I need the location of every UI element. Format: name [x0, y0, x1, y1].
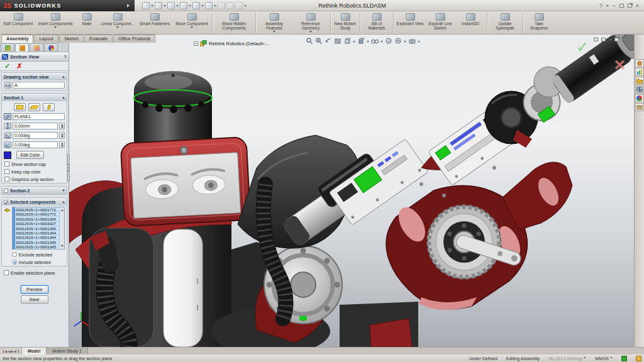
dropdown-icon[interactable]: [380, 41, 383, 44]
minimize-icon[interactable]: –: [613, 3, 616, 9]
group-header[interactable]: ✓ Selected components ▲: [2, 198, 67, 206]
zoom-to-fit-icon[interactable]: [306, 37, 313, 45]
list-item[interactable]: 00012915<1>/0003027: [15, 221, 64, 226]
open-icon[interactable]: [155, 2, 162, 9]
preview-button[interactable]: Preview: [21, 285, 48, 293]
model-tab[interactable]: Model: [22, 348, 47, 354]
section2-checkbox[interactable]: [4, 189, 8, 193]
edit-color-button[interactable]: Edit Color: [16, 151, 44, 159]
dropdown-icon[interactable]: [353, 41, 355, 44]
exploded-view-button[interactable]: Exploded View: [394, 12, 426, 33]
help-icon[interactable]: ?: [599, 3, 602, 9]
previous-view-icon[interactable]: [325, 37, 332, 45]
print-icon[interactable]: [180, 2, 187, 9]
show-section-cap-checkbox[interactable]: Show section cap: [2, 160, 67, 168]
apply-scene-icon[interactable]: [394, 37, 402, 45]
instant3d-button[interactable]: Instant3D: [455, 12, 486, 33]
list-item[interactable]: 00012915<1>/0001345: [15, 217, 64, 221]
graphics-only-section-checkbox[interactable]: Graphics-only section: [2, 175, 67, 183]
take-snapshot-button[interactable]: Take Snapshot: [524, 12, 554, 33]
units-dropdown[interactable]: MMGS: [595, 356, 613, 361]
move-component-button[interactable]: Move Component: [172, 12, 211, 33]
tab-scroll-buttons[interactable]: ❙◀ ◀ ▶ ▶❙: [0, 348, 22, 354]
dropdown-icon[interactable]: [418, 41, 420, 44]
dropdown-icon[interactable]: [367, 41, 369, 44]
appearances-scenes-icon[interactable]: [635, 94, 644, 102]
hide-show-items-icon[interactable]: [371, 37, 379, 45]
bill-of-materials-button[interactable]: Bill of Materials: [361, 12, 392, 33]
collapse-chevron-icon[interactable]: ▲: [62, 75, 65, 79]
doc-close-icon[interactable]: ×: [622, 36, 625, 42]
pm-help-icon[interactable]: ?: [64, 54, 67, 60]
tab-office-products[interactable]: Office Products: [113, 35, 155, 43]
dropdown-icon[interactable]: [309, 31, 312, 34]
solidworks-resources-icon[interactable]: [635, 59, 644, 67]
offset-spinner[interactable]: [59, 123, 65, 129]
help-dropdown-icon[interactable]: [606, 5, 609, 8]
panel-splitter-handle[interactable]: [67, 155, 70, 181]
exclude-selected-radio[interactable]: Exclude selected: [2, 251, 67, 258]
open-dropdown-icon[interactable]: [164, 5, 166, 8]
tree-expand-icon[interactable]: +: [194, 41, 198, 46]
list-item[interactable]: 00012915<1>/0001345: [15, 240, 64, 244]
solidworks-logo[interactable]: 3S SOLIDWORKS: [0, 0, 135, 11]
collapse-chevron-icon[interactable]: ▲: [62, 200, 65, 204]
y-rotation-spinner[interactable]: [59, 141, 65, 148]
right-plane-button[interactable]: [43, 103, 55, 111]
close-icon[interactable]: ×: [636, 3, 639, 9]
offset-distance-field[interactable]: 0.00mm: [13, 123, 58, 129]
new-motion-study-button[interactable]: New Motion Study: [331, 12, 359, 33]
keep-cap-color-checkbox[interactable]: Keep cap color: [2, 168, 67, 175]
insert-components-button[interactable]: Insert Components: [35, 12, 75, 33]
list-item[interactable]: 00012915<1>/0001346: [15, 226, 64, 231]
new-document-icon[interactable]: [142, 2, 150, 9]
new-dropdown-icon[interactable]: [151, 5, 153, 8]
x-rotation-field[interactable]: 0.00deg: [13, 132, 58, 139]
save-icon[interactable]: [167, 2, 175, 9]
include-selected-radio[interactable]: Include selected: [2, 258, 67, 266]
dropdown-icon[interactable]: [273, 31, 275, 34]
ok-button[interactable]: ✓: [4, 63, 10, 70]
cancel-button[interactable]: ✗: [16, 63, 22, 70]
feature-manager-tab[interactable]: [1, 43, 14, 52]
design-library-icon[interactable]: [635, 68, 644, 76]
collapse-chevron-icon[interactable]: ▲: [62, 96, 65, 99]
save-section-button[interactable]: Save: [21, 295, 48, 304]
edit-appearance-icon[interactable]: [385, 37, 392, 45]
cascade-windows-icon[interactable]: [628, 4, 632, 8]
dropdown-icon[interactable]: [116, 26, 119, 30]
section-color-swatch[interactable]: [4, 151, 11, 159]
configuration-manager-tab[interactable]: [30, 43, 43, 52]
list-item[interactable]: 00012915<1>/0001344: [15, 235, 64, 239]
top-plane-button[interactable]: [28, 103, 40, 111]
doc-cascade-icon[interactable]: [614, 38, 619, 41]
tag-icon[interactable]: [636, 356, 641, 361]
dropdown-icon[interactable]: [191, 26, 193, 30]
list-item[interactable]: 00012915<1>/0001345: [15, 244, 64, 249]
reference-plane-field[interactable]: PLANE1: [13, 113, 65, 120]
performance-icon[interactable]: [621, 356, 627, 361]
x-rotation-spinner[interactable]: [59, 132, 65, 139]
edit-component-button[interactable]: Edit Component: [1, 12, 35, 33]
group-header[interactable]: Section 1 ▲: [2, 94, 67, 101]
view-settings-icon[interactable]: [408, 37, 416, 45]
section-name-field[interactable]: A: [13, 82, 65, 89]
tab-evaluate[interactable]: Evaluate: [84, 35, 113, 43]
group-header[interactable]: Drawing section view ▲: [2, 73, 67, 80]
enable-selection-plane-checkbox[interactable]: Enable selection plane: [1, 269, 67, 277]
show-hidden-components-button[interactable]: Show Hidden Components: [213, 12, 255, 33]
y-rotation-field[interactable]: 0.00deg: [13, 141, 58, 148]
list-item[interactable]: 00012915<1>/0001344: [15, 231, 64, 235]
view-orientation-icon[interactable]: [343, 37, 351, 45]
front-plane-button[interactable]: [14, 103, 26, 111]
menu-expand-arrow-icon[interactable]: [127, 4, 131, 8]
tab-assembly[interactable]: Assembly: [1, 35, 33, 43]
doc-maximize-icon[interactable]: [601, 38, 606, 41]
tab-layout[interactable]: Layout: [34, 35, 58, 43]
section-view-icon[interactable]: [334, 37, 341, 45]
custom-properties-icon[interactable]: [635, 103, 644, 111]
dropdown-icon[interactable]: [54, 26, 57, 30]
mate-button[interactable]: Mate: [75, 12, 98, 33]
selected-components-list[interactable]: 00012915<1>/0001772 00012915<1>/0001772 …: [12, 207, 65, 250]
feature-tree-flyout[interactable]: + Rethink Robotics (Default<...: [194, 40, 269, 47]
